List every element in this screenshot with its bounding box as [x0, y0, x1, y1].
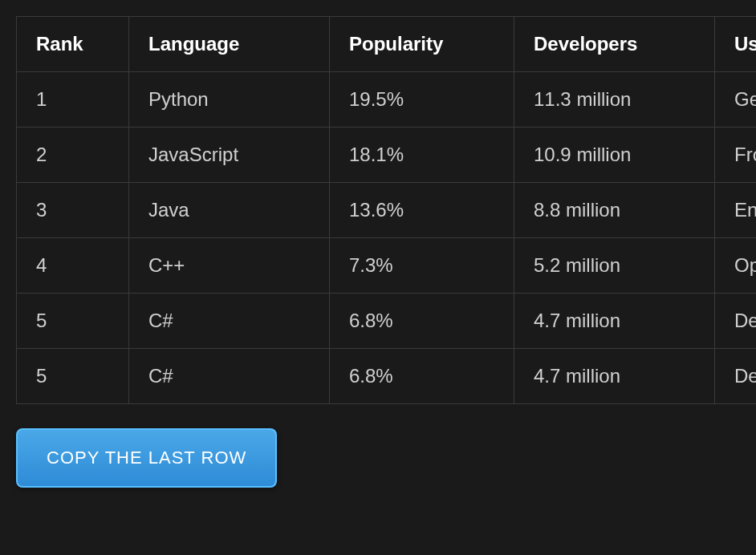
- table-header-row: Rank Language Popularity Developers Use …: [17, 17, 757, 72]
- cell-rank: 2: [17, 128, 129, 183]
- cell-popularity: 19.5%: [330, 72, 514, 128]
- cell-rank: 1: [17, 72, 129, 128]
- table-row: 2 JavaScript 18.1% 10.9 million Front-en…: [17, 128, 757, 183]
- header-use-case: Use Case: [715, 17, 757, 72]
- cell-popularity: 7.3%: [330, 238, 514, 294]
- header-language: Language: [129, 17, 330, 72]
- cell-language: C#: [129, 294, 330, 349]
- header-popularity: Popularity: [330, 17, 514, 72]
- cell-language: JavaScript: [129, 128, 330, 183]
- header-rank: Rank: [17, 17, 129, 72]
- cell-use-case: Enterprise: [715, 183, 757, 238]
- cell-language: C++: [129, 238, 330, 294]
- cell-developers: 4.7 million: [514, 349, 715, 404]
- cell-developers: 5.2 million: [514, 238, 715, 294]
- table-row: 4 C++ 7.3% 5.2 million Operating: [17, 238, 757, 294]
- cell-developers: 10.9 million: [514, 128, 715, 183]
- cell-popularity: 18.1%: [330, 128, 514, 183]
- cell-language: Python: [129, 72, 330, 128]
- cell-developers: 11.3 million: [514, 72, 715, 128]
- cell-popularity: 6.8%: [330, 294, 514, 349]
- table-row: 5 C# 6.8% 4.7 million Desktop: [17, 349, 757, 404]
- table-row: 1 Python 19.5% 11.3 million General: [17, 72, 757, 128]
- cell-use-case: Desktop: [715, 294, 757, 349]
- cell-popularity: 6.8%: [330, 349, 514, 404]
- cell-language: C#: [129, 349, 330, 404]
- cell-popularity: 13.6%: [330, 183, 514, 238]
- cell-use-case: Desktop: [715, 349, 757, 404]
- cell-rank: 3: [17, 183, 129, 238]
- cell-use-case: General: [715, 72, 757, 128]
- cell-developers: 4.7 million: [514, 294, 715, 349]
- table-row: 3 Java 13.6% 8.8 million Enterprise: [17, 183, 757, 238]
- header-developers: Developers: [514, 17, 715, 72]
- cell-use-case: Operating: [715, 238, 757, 294]
- cell-rank: 4: [17, 238, 129, 294]
- cell-language: Java: [129, 183, 330, 238]
- cell-use-case: Front-end: [715, 128, 757, 183]
- cell-rank: 5: [17, 294, 129, 349]
- cell-rank: 5: [17, 349, 129, 404]
- copy-last-row-button[interactable]: COPY THE LAST ROW: [16, 428, 277, 488]
- cell-developers: 8.8 million: [514, 183, 715, 238]
- languages-table: Rank Language Popularity Developers Use …: [16, 16, 756, 404]
- table-row: 5 C# 6.8% 4.7 million Desktop: [17, 294, 757, 349]
